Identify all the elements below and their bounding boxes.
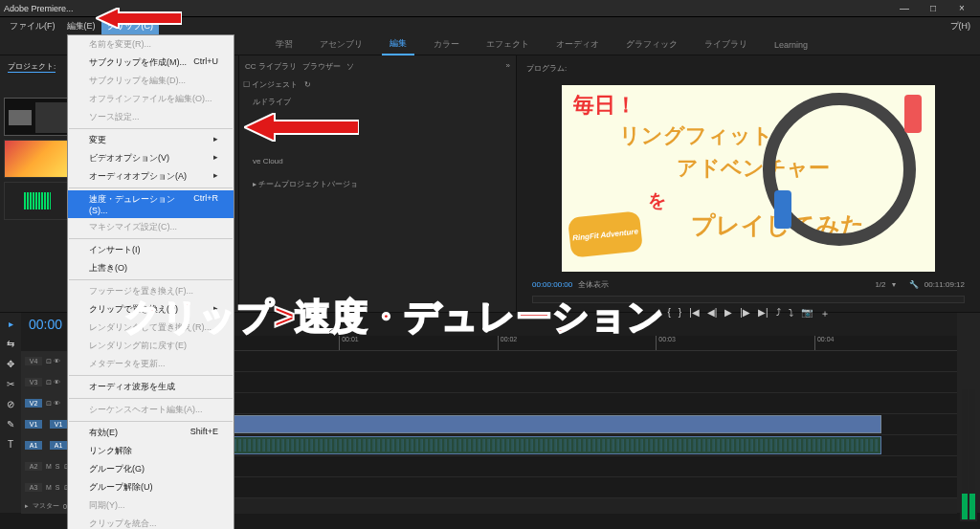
track-v2[interactable]: V2 [25,399,42,408]
step-back-icon[interactable]: |◀ [689,307,700,320]
program-timecode-left[interactable]: 00:00:00:00 [532,280,572,289]
extract-icon[interactable]: ⤵ [789,307,793,320]
menu-unlink[interactable]: リンク解除 [68,442,234,460]
menu-merge-clips[interactable]: クリップを統合... [68,515,234,529]
browser-row[interactable]: ve Cloud [253,155,512,168]
pen-tool-icon[interactable]: ✎ [7,419,14,430]
step-fwd-icon[interactable]: ▶| [758,307,768,320]
tab-source[interactable]: ソ [346,61,354,72]
timeline-scrollbar[interactable] [165,514,957,523]
track-v3[interactable]: V3 [25,378,42,386]
clip[interactable] [216,436,882,454]
program-monitor[interactable]: 毎日！ リングフィット アドベンチャー を プレイしてみた RingFit Ad… [562,85,935,272]
browser-row[interactable]: チームプロジェクトバージョ [258,180,358,188]
tab-learning2[interactable]: Learning [767,36,815,54]
menu-generate-waveform[interactable]: オーディオ波形を生成 [68,378,234,396]
timeline-timecode[interactable]: 00:00 [29,317,62,332]
close-button[interactable]: × [947,1,976,16]
audio-meter [960,387,977,521]
clip-menu-dropdown: 名前を変更(R)... サブクリップを作成(M)...Ctrl+U サブクリップ… [67,34,234,529]
lift-icon[interactable]: ⤴ [776,307,781,320]
type-tool-icon[interactable]: T [8,439,13,450]
tab-editing[interactable]: 編集 [382,33,414,55]
menu-audio-options[interactable]: オーディオオプション(A) [68,167,234,186]
bin-item-sequence[interactable] [4,98,71,136]
menu-edit-offline[interactable]: オフラインファイルを編集(O)... [68,90,234,108]
track-body-v1[interactable] [165,414,957,434]
tab-graphics[interactable]: グラフィック [618,34,685,55]
program-tab[interactable]: プログラム: [526,64,567,73]
window-controls: — □ × [890,1,976,16]
track-body-v4[interactable] [165,351,957,371]
minimize-button[interactable]: — [890,1,919,16]
slip-tool-icon[interactable]: ⊘ [7,399,14,409]
tab-cc-libraries[interactable]: CC ライブラリ [245,61,297,72]
menu-rename[interactable]: 名前を変更(R)... [68,35,234,54]
program-fit[interactable]: 全体表示 [578,279,609,290]
ingest-check-label[interactable]: インジェスト [252,80,298,89]
program-timecode-right: 00:11:09:12 [924,280,965,289]
mark-out-icon[interactable]: } [679,307,681,320]
menu-help-tail[interactable]: プ(H) [945,18,977,34]
track-body-v2[interactable] [165,393,957,413]
track-a3[interactable]: A3 [25,483,42,492]
mark-in-icon[interactable]: { [667,307,670,320]
tab-color[interactable]: カラー [426,34,467,55]
tab-audio[interactable]: オーディオ [548,34,607,55]
tab-assembly[interactable]: アセンブリ [312,34,370,55]
tab-browser[interactable]: ブラウザー [302,61,341,72]
track-v4[interactable]: V4 [25,357,42,365]
menu-ungroup[interactable]: グループ解除(U) [68,478,234,496]
menu-make-subclip[interactable]: サブクリップを作成(M)...Ctrl+U [68,54,234,72]
bin-item-audio[interactable] [4,182,71,220]
menu-edit-subclip[interactable]: サブクリップを編集(D)... [68,72,234,90]
svg-marker-0 [96,8,182,29]
ripple-tool-icon[interactable]: ✥ [7,359,14,369]
track-body-v3[interactable] [165,372,957,392]
track-body-a2[interactable] [165,456,957,476]
menu-modify[interactable]: 変更 [68,131,234,149]
wrench-icon[interactable]: 🔧 [909,280,919,289]
program-panel: プログラム: 毎日！ リングフィット アドベンチャー を プレイしてみた Rin… [517,55,980,312]
export-frame-icon[interactable]: 📷 [801,307,813,320]
track-body-master[interactable]: ⊳⊲ [165,498,957,514]
menu-source-settings[interactable]: ソース設定... [68,108,234,126]
menu-enable[interactable]: 有効(E)Shift+E [68,424,234,442]
menu-auto-to-seq[interactable]: シーケンスヘオート編集(A)... [68,401,234,419]
menu-file[interactable]: ファイル(F) [4,18,61,34]
track-v1[interactable]: V1 [50,420,67,429]
clip[interactable] [216,415,882,433]
menu-maximize[interactable]: マキシマイズ設定(C)... [68,218,234,236]
tab-effects[interactable]: エフェクト [479,34,537,55]
maximize-button[interactable]: □ [919,1,947,16]
add-btn-icon[interactable]: ＋ [820,307,830,320]
selection-tool-icon[interactable]: ▸ [9,319,13,329]
tab-learning[interactable]: 学習 [268,34,301,55]
monitor-text: を [648,188,666,213]
browser-row[interactable]: ルドライブ [253,96,512,109]
menu-group[interactable]: グループ化(G) [68,460,234,478]
menu-update-metadata[interactable]: メタデータを更新... [68,355,234,373]
next-frame-icon[interactable]: |▶ [740,307,750,320]
annotation-arrow-menuitem [244,113,359,142]
project-tab[interactable]: プロジェクト: [8,61,56,73]
razor-tool-icon[interactable]: ✂ [7,379,14,389]
menu-insert[interactable]: インサート(I) [68,241,234,259]
menu-video-options[interactable]: ビデオオプション(V) [68,149,234,167]
track-body-a1[interactable] [165,435,957,455]
play-icon[interactable]: ▶ [724,307,732,320]
program-page[interactable]: 1/2 [875,280,885,289]
menu-overwrite[interactable]: 上書き(O) [68,259,234,277]
track-select-tool-icon[interactable]: ⇆ [7,339,14,349]
waveform-icon [24,192,51,209]
menu-sync[interactable]: 同期(Y)... [68,496,234,515]
timeline-toolstrip: ▸ ⇆ ✥ ✂ ⊘ ✎ T [0,313,21,513]
menu-speed-duration[interactable]: 速度・デュレーション(S)...Ctrl+R [68,190,234,218]
track-body-a3[interactable] [165,477,957,497]
tab-library[interactable]: ライブラリ [697,34,755,55]
bin-item-graphic[interactable] [4,140,71,178]
track-a1[interactable]: A1 [50,441,67,450]
track-master[interactable]: マスター [33,501,59,511]
prev-frame-icon[interactable]: ◀| [707,307,718,320]
track-a2[interactable]: A2 [25,462,42,471]
